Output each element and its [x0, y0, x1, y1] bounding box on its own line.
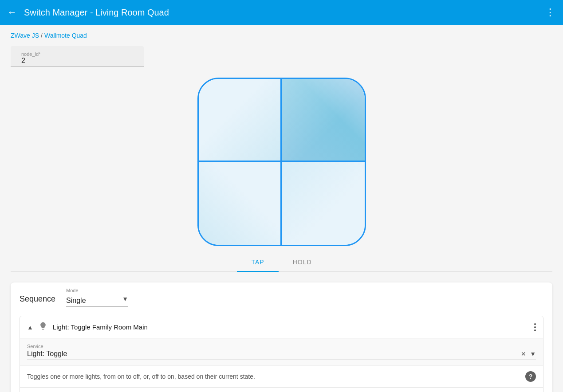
action-expand-icon[interactable]: ▲: [27, 324, 33, 331]
service-field-container: Service Light: Toggle ✕ ▼: [20, 338, 543, 365]
app-bar: ← Switch Manager - Living Room Quad ⋮: [0, 0, 563, 25]
service-dropdown-icon[interactable]: ▼: [530, 350, 536, 357]
tab-tap[interactable]: TAP: [237, 253, 278, 272]
breadcrumb-separator: /: [41, 32, 43, 39]
app-bar-title: Switch Manager - Living Room Quad: [24, 8, 545, 18]
tabs-container: TAP HOLD: [11, 253, 552, 272]
sequence-card: Sequence Mode Single ▼ ▲ Light: Toggl: [11, 282, 552, 392]
mode-dropdown[interactable]: Mode Single ▼: [66, 291, 128, 307]
service-clear-icon[interactable]: ✕: [521, 350, 526, 357]
action-more-icon[interactable]: [534, 323, 536, 331]
quad-button-bottom-left[interactable]: [199, 162, 282, 245]
sequence-label: Sequence: [20, 294, 55, 304]
help-icon[interactable]: ?: [525, 371, 536, 382]
node-id-value: 2: [16, 56, 31, 67]
quad-button-top-left[interactable]: [199, 79, 282, 162]
service-value: Light: Toggle: [27, 350, 521, 358]
quad-button-bottom-right[interactable]: [282, 162, 365, 245]
light-icon: [39, 321, 47, 333]
targets-row: Targets Family Room Main ×: [20, 387, 543, 392]
main-content: ZWave JS / Wallmote Quad node_id* 2 TAP …: [0, 25, 563, 392]
action-item-header: ▲ Light: Toggle Family Room Main: [20, 316, 543, 338]
description-text: Toggles one or more lights, from on to o…: [27, 373, 525, 380]
mode-value: Single: [66, 293, 122, 305]
node-id-label: node_id*: [16, 50, 138, 57]
sequence-header: Sequence Mode Single ▼: [20, 291, 543, 307]
service-label: Service: [27, 344, 536, 349]
description-row: Toggles one or more lights, from on to o…: [20, 365, 543, 387]
node-id-container: node_id* 2: [11, 46, 144, 67]
mode-dropdown-arrow-icon: ▼: [122, 295, 128, 302]
quad-switch: [197, 78, 366, 246]
more-options-button[interactable]: ⋮: [545, 7, 556, 18]
mode-label: Mode: [66, 288, 79, 293]
breadcrumb-link-wallmote[interactable]: Wallmote Quad: [44, 32, 87, 39]
mode-select-row[interactable]: Single ▼: [66, 291, 128, 307]
back-button[interactable]: ←: [7, 7, 17, 18]
quad-button-top-right[interactable]: [282, 79, 365, 162]
tab-hold[interactable]: HOLD: [279, 253, 326, 272]
service-row: Light: Toggle ✕ ▼: [27, 350, 536, 360]
breadcrumb-link-zwavejs[interactable]: ZWave JS: [11, 32, 39, 39]
switch-visual-area: TAP HOLD: [11, 78, 552, 279]
action-title: Light: Toggle Family Room Main: [53, 323, 529, 331]
action-item: ▲ Light: Toggle Family Room Main Service…: [20, 316, 543, 392]
breadcrumb: ZWave JS / Wallmote Quad: [11, 32, 552, 39]
